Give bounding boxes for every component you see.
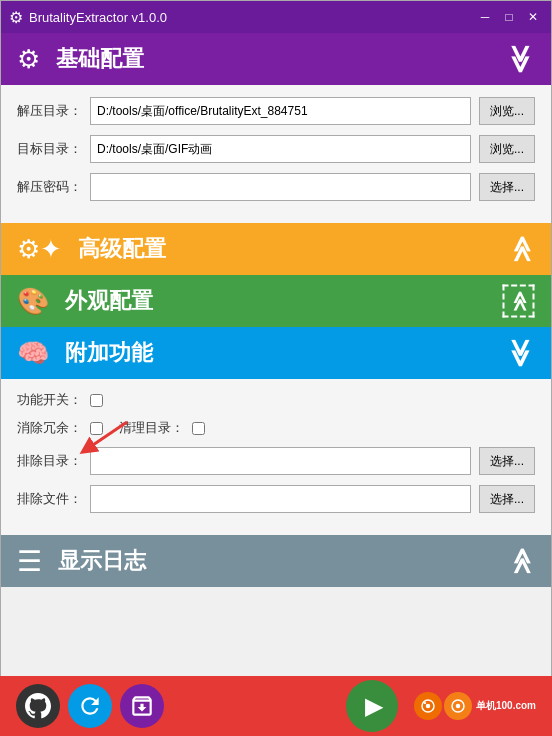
main-content: ⚙ 基础配置 ≫ 解压目录： 浏览... 目标目录： 浏览... 解压密码： 选… <box>1 33 551 677</box>
extract-dir-browse-button[interactable]: 浏览... <box>479 97 535 125</box>
svg-point-3 <box>426 704 431 709</box>
redundant-checkbox[interactable] <box>90 422 103 435</box>
exclude-file-label: 排除文件： <box>17 490 82 508</box>
archive-icon <box>129 693 155 719</box>
clean-dir-checkbox[interactable] <box>192 422 205 435</box>
archive-button[interactable] <box>120 684 164 728</box>
svg-point-6 <box>456 704 461 709</box>
extra-functions-label: 附加功能 <box>65 338 153 368</box>
extract-dir-row: 解压目录： 浏览... <box>17 97 535 125</box>
basic-config-label: 基础配置 <box>56 44 144 74</box>
toggle-row: 功能开关： <box>17 391 535 409</box>
minimize-button[interactable]: ─ <box>475 7 495 27</box>
password-label: 解压密码： <box>17 178 82 196</box>
appearance-config-header[interactable]: 🎨 外观配置 ≫ <box>1 275 551 327</box>
redundant-row: 消除冗余： 清理目录： <box>17 419 535 437</box>
toggle-checkbox[interactable] <box>90 394 103 407</box>
exclude-file-select-button[interactable]: 选择... <box>479 485 535 513</box>
basic-config-chevron: ≫ <box>504 45 537 74</box>
brand-icon-2 <box>444 692 472 720</box>
exclude-file-row: 排除文件： 选择... <box>17 485 535 513</box>
log-section-icon: ☰ <box>17 545 42 578</box>
svg-point-4 <box>424 702 426 704</box>
app-icon: ⚙ <box>9 8 23 27</box>
appearance-config-label: 外观配置 <box>65 286 153 316</box>
brand-svg-2 <box>449 697 467 715</box>
advanced-config-header[interactable]: ⚙✦ 高级配置 ≫ <box>1 223 551 275</box>
play-icon: ▶ <box>365 692 383 720</box>
github-button[interactable] <box>16 684 60 728</box>
maximize-button[interactable]: □ <box>499 7 519 27</box>
brand-svg-1 <box>419 697 437 715</box>
appearance-config-chevron: ≫ <box>503 285 535 318</box>
exclude-file-input[interactable] <box>90 485 471 513</box>
extra-functions-icon: 🧠 <box>17 338 49 369</box>
title-bar: ⚙ BrutalityExtractor v1.0.0 ─ □ ✕ <box>1 1 551 33</box>
target-dir-label: 目标目录： <box>17 140 82 158</box>
github-icon <box>25 693 51 719</box>
password-row: 解压密码： 选择... <box>17 173 535 201</box>
exclude-dir-row: 排除目录： 选择... <box>17 447 535 475</box>
brand-text: 单机100.com <box>476 700 536 712</box>
bottom-bar: ▶ 单机100.com <box>0 676 552 736</box>
target-dir-input[interactable] <box>90 135 471 163</box>
brand-badge: 单机100.com <box>414 692 536 720</box>
target-dir-row: 目标目录： 浏览... <box>17 135 535 163</box>
extra-functions-content: 功能开关： 消除冗余： 清理目录： 排除目录： 选择. <box>1 379 551 535</box>
redundant-label: 消除冗余： <box>17 419 82 437</box>
play-button[interactable]: ▶ <box>346 680 398 732</box>
log-section-header[interactable]: ☰ 显示日志 ≫ <box>1 535 551 587</box>
basic-config-icon: ⚙ <box>17 44 40 75</box>
extra-functions-chevron: ≫ <box>504 339 537 368</box>
target-dir-browse-button[interactable]: 浏览... <box>479 135 535 163</box>
toggle-label: 功能开关： <box>17 391 82 409</box>
log-section-label: 显示日志 <box>58 546 146 576</box>
basic-config-content: 解压目录： 浏览... 目标目录： 浏览... 解压密码： 选择... <box>1 85 551 223</box>
log-section-chevron: ≫ <box>506 548 537 575</box>
extract-dir-input[interactable] <box>90 97 471 125</box>
close-button[interactable]: ✕ <box>523 7 543 27</box>
exclude-dir-input[interactable] <box>90 447 471 475</box>
advanced-config-chevron: ≫ <box>506 236 537 263</box>
exclude-dir-select-button[interactable]: 选择... <box>479 447 535 475</box>
password-select-button[interactable]: 选择... <box>479 173 535 201</box>
title-bar-controls: ─ □ ✕ <box>475 7 543 27</box>
refresh-button[interactable] <box>68 684 112 728</box>
advanced-config-icon: ⚙✦ <box>17 234 62 265</box>
appearance-config-icon: 🎨 <box>17 286 49 317</box>
title-bar-left: ⚙ BrutalityExtractor v1.0.0 <box>9 8 167 27</box>
app-title: BrutalityExtractor v1.0.0 <box>29 10 167 25</box>
refresh-icon <box>77 693 103 719</box>
password-input[interactable] <box>90 173 471 201</box>
clean-dir-label: 清理目录： <box>119 419 184 437</box>
brand-icon-1 <box>414 692 442 720</box>
extract-dir-label: 解压目录： <box>17 102 82 120</box>
extra-functions-header[interactable]: 🧠 附加功能 ≫ <box>1 327 551 379</box>
basic-config-header[interactable]: ⚙ 基础配置 ≫ <box>1 33 551 85</box>
exclude-dir-label: 排除目录： <box>17 452 82 470</box>
advanced-config-label: 高级配置 <box>78 234 166 264</box>
